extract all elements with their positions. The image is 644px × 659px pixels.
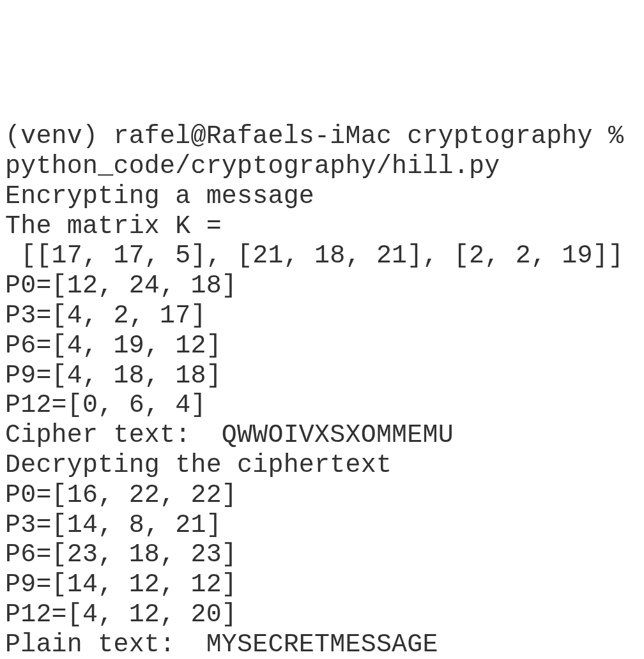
terminal-line: P9=[14, 12, 12]	[5, 570, 639, 600]
terminal-line: P0=[12, 24, 18]	[5, 271, 639, 301]
terminal-line: P6=[23, 18, 23]	[5, 540, 639, 570]
terminal-line: Plain text: MYSECRETMESSAGE	[5, 630, 639, 659]
terminal-line: P0=[16, 22, 22]	[5, 481, 639, 511]
terminal-line: Cipher text: QWWOIVXSXOMMEMU	[5, 421, 639, 451]
terminal-line: python_code/cryptography/hill.py	[5, 152, 639, 182]
terminal-line: P12=[0, 6, 4]	[5, 391, 639, 421]
terminal-line: The matrix K =	[5, 212, 639, 242]
terminal-line: Encrypting a message	[5, 182, 639, 212]
terminal-line: P3=[4, 2, 17]	[5, 301, 639, 331]
terminal-line-prompt[interactable]: (venv) rafel@Rafaels-iMac cryptography %	[5, 122, 639, 152]
terminal-line: Decrypting the ciphertext	[5, 451, 639, 481]
terminal-line: P9=[4, 18, 18]	[5, 361, 639, 391]
terminal-line: [[17, 17, 5], [21, 18, 21], [2, 2, 19]]	[5, 241, 639, 271]
terminal-line: P3=[14, 8, 21]	[5, 511, 639, 541]
terminal-line: P6=[4, 19, 12]	[5, 331, 639, 361]
terminal-line: P12=[4, 12, 20]	[5, 600, 639, 630]
